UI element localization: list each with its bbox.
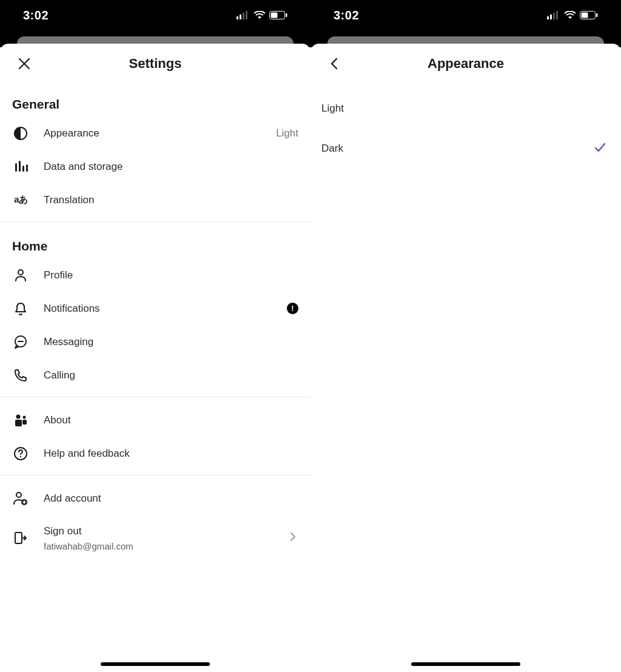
row-label: Profile [44,269,298,281]
svg-rect-9 [19,161,21,172]
svg-rect-24 [547,16,549,19]
svg-point-12 [18,270,23,275]
row-label: Translation [44,194,298,206]
status-bar: 3:02 [0,0,310,30]
row-help[interactable]: Help and feedback [0,437,310,470]
svg-rect-5 [271,13,278,18]
svg-rect-2 [243,13,244,19]
status-bar: 3:02 [310,0,621,30]
half-circle-icon [12,126,29,141]
row-value: Light [276,127,298,139]
bell-icon [12,301,29,316]
section-title-general: General [0,80,310,116]
row-data-storage[interactable]: Data and storage [0,150,310,183]
nav-header: Settings [0,44,310,80]
option-label: Dark [321,143,593,155]
battery-icon [580,11,598,19]
row-calling[interactable]: Calling [0,358,310,392]
phone-icon [12,368,29,383]
svg-rect-10 [22,166,24,172]
row-messaging[interactable]: Messaging [0,325,310,358]
page-title: Settings [0,56,310,72]
alert-badge: ! [287,303,298,314]
translation-icon: aあ [12,194,29,206]
question-icon [12,446,29,461]
row-label: Calling [44,369,298,381]
row-appearance[interactable]: Appearance Light [0,116,310,150]
back-button[interactable] [323,52,347,76]
svg-rect-1 [240,15,241,19]
person-icon [12,268,29,283]
teams-icon [12,413,29,428]
svg-rect-27 [556,11,558,19]
home-indicator[interactable] [101,662,210,666]
svg-rect-25 [550,15,552,19]
status-icons [547,11,598,19]
check-icon [593,141,606,156]
appearance-sheet: Appearance Light Dark [310,44,621,672]
page-title: Appearance [310,56,621,72]
svg-point-20 [20,455,21,457]
row-sign-out[interactable]: Sign out fatiwahab@gmail.com [0,515,310,561]
row-label: Help and feedback [44,448,298,460]
svg-rect-6 [286,13,287,17]
screen-appearance: 3:02 Appearance Light Da [310,0,621,672]
row-translation[interactable]: aあ Translation [0,183,310,217]
add-person-icon [12,491,29,506]
status-icons [237,11,287,19]
battery-icon [269,11,287,19]
option-dark[interactable]: Dark [310,129,621,169]
svg-point-16 [23,415,26,418]
row-notifications[interactable]: Notifications ! [0,292,310,325]
svg-point-15 [16,414,21,418]
nav-header: Appearance [310,44,621,80]
cellular-icon [547,11,560,19]
close-icon [17,56,32,71]
row-label: About [44,414,298,426]
svg-rect-26 [553,13,555,19]
row-add-account[interactable]: Add account [0,482,310,515]
sign-out-icon [12,531,29,545]
cellular-icon [237,11,250,19]
svg-point-21 [16,492,21,497]
svg-rect-30 [596,13,598,17]
svg-rect-0 [237,16,238,19]
svg-rect-18 [22,420,27,425]
status-time: 3:02 [23,8,237,22]
screen-settings: 3:02 Settings General [0,0,310,672]
status-time: 3:02 [334,8,547,22]
svg-rect-8 [15,163,17,172]
close-button[interactable] [12,52,36,76]
row-label: Messaging [44,336,298,348]
row-profile[interactable]: Profile [0,258,310,292]
row-label: Add account [44,492,298,505]
wifi-icon [564,11,576,19]
section-title-home: Home [0,222,310,258]
svg-rect-3 [246,11,247,19]
settings-sheet: Settings General Appearance Light Data a… [0,44,310,672]
svg-rect-23 [15,533,22,543]
chat-icon [12,335,29,349]
chevron-left-icon [327,56,342,71]
row-label: Data and storage [44,161,298,173]
svg-rect-17 [15,420,22,426]
wifi-icon [253,11,266,19]
option-light[interactable]: Light [310,89,621,129]
row-about[interactable]: About [0,403,310,437]
row-label: Appearance [44,127,276,139]
row-label: Notifications [44,303,287,315]
row-label: Sign out [44,525,287,537]
home-indicator[interactable] [411,662,520,666]
bars-icon [12,160,29,174]
chevron-right-icon [287,531,298,545]
sign-out-email: fatiwahab@gmail.com [44,541,287,551]
option-label: Light [321,102,606,115]
svg-rect-29 [582,13,588,18]
svg-rect-11 [26,164,28,172]
